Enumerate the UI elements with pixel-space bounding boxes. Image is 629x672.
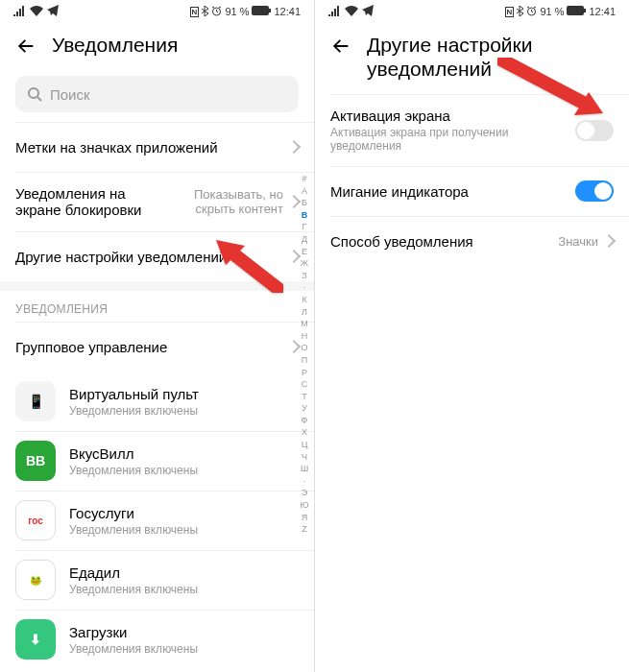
battery-percent: 91 %: [225, 6, 249, 17]
index-letter[interactable]: Z: [299, 523, 310, 536]
battery-icon: [567, 6, 586, 17]
alphabet-index[interactable]: #АБВГДЕЖЗ·КЛМНОПРСТУФХЦЧШ·ЭЮЯZ: [299, 173, 310, 536]
index-letter[interactable]: П: [299, 354, 310, 367]
screen-notifications: N 91 % 12:41 Уведомления Поиск Метки на …: [0, 0, 314, 672]
index-letter[interactable]: Б: [299, 197, 310, 209]
led-blink-toggle[interactable]: [575, 180, 614, 202]
row-group-management[interactable]: Групповое управление: [0, 322, 314, 372]
row-sublabel: Активация экрана при получении уведомлен…: [330, 126, 575, 153]
app-list: 📱Виртуальный пультУведомления включеныВВ…: [0, 372, 314, 669]
index-letter[interactable]: Ц: [299, 439, 310, 451]
index-letter[interactable]: Х: [299, 426, 310, 439]
svg-point-3: [29, 88, 38, 98]
nfc-icon: N: [190, 7, 200, 17]
app-name: Госуслуги: [69, 505, 299, 521]
index-letter[interactable]: ·: [299, 281, 310, 294]
status-bar: N 91 % 12:41: [0, 0, 314, 23]
index-letter[interactable]: ·: [299, 475, 310, 488]
index-letter[interactable]: В: [299, 209, 310, 222]
index-letter[interactable]: Л: [299, 306, 310, 319]
battery-percent: 91 %: [540, 6, 564, 17]
row-lockscreen-notifications[interactable]: Уведомления на экране блокировки Показыв…: [0, 172, 314, 231]
app-name: Виртуальный пульт: [69, 386, 299, 402]
svg-rect-2: [269, 9, 271, 12]
app-row[interactable]: 🐸ЕдадилУведомления включены: [0, 550, 314, 610]
app-sub: Уведомления включены: [69, 523, 299, 537]
app-row[interactable]: госГосуслугиУведомления включены: [0, 491, 314, 550]
svg-rect-6: [584, 9, 586, 12]
bluetooth-icon: [517, 6, 523, 18]
index-letter[interactable]: Ч: [299, 451, 310, 464]
index-letter[interactable]: Е: [299, 246, 310, 258]
index-letter[interactable]: Ф: [299, 415, 310, 427]
chevron-right-icon: [602, 234, 616, 248]
app-icon: гос: [15, 500, 56, 540]
index-letter[interactable]: Ю: [299, 499, 310, 512]
wake-screen-toggle[interactable]: [575, 120, 614, 141]
index-letter[interactable]: #: [299, 173, 310, 185]
index-letter[interactable]: Н: [299, 330, 310, 343]
wifi-icon: [30, 6, 43, 18]
clock: 12:41: [589, 6, 616, 17]
index-letter[interactable]: Э: [299, 487, 310, 499]
screen-more-notification-settings: N 91 % 12:41 Другие настройки уведомлени…: [315, 0, 629, 672]
wifi-icon: [345, 6, 358, 18]
back-button[interactable]: [15, 36, 36, 57]
row-label: Мигание индикатора: [330, 183, 575, 200]
row-label: Групповое управление: [15, 339, 289, 355]
app-name: Загрузки: [69, 624, 299, 640]
index-letter[interactable]: Ж: [299, 257, 310, 270]
app-name: Едадил: [69, 564, 299, 581]
row-notification-method[interactable]: Способ уведомления Значки: [315, 216, 629, 266]
row-wake-screen[interactable]: Активация экрана Активация экрана при по…: [315, 94, 629, 166]
app-row[interactable]: ВВВкусВиллУведомления включены: [0, 431, 314, 491]
app-icon: 📱: [15, 381, 56, 421]
index-letter[interactable]: Г: [299, 221, 310, 233]
telegram-icon: [362, 5, 374, 18]
index-letter[interactable]: О: [299, 342, 310, 354]
row-more-notification-settings[interactable]: Другие настройки уведомлений: [0, 231, 314, 281]
svg-rect-5: [567, 6, 584, 15]
alarm-icon: [211, 6, 222, 18]
row-label: Уведомления на экране блокировки: [15, 185, 158, 218]
index-letter[interactable]: Я: [299, 512, 310, 524]
row-value: Показывать, но скрыть контент: [158, 187, 283, 216]
app-icon: ВВ: [15, 441, 56, 481]
bluetooth-icon: [202, 6, 208, 18]
row-app-badges[interactable]: Метки на значках приложений: [0, 122, 314, 172]
index-letter[interactable]: У: [299, 402, 310, 415]
index-letter[interactable]: Д: [299, 233, 310, 246]
app-icon: ⬇: [15, 619, 56, 660]
section-header: УВЕДОМЛЕНИЯ: [0, 291, 314, 322]
index-letter[interactable]: М: [299, 318, 310, 330]
index-letter[interactable]: С: [299, 378, 310, 391]
row-led-blink[interactable]: Мигание индикатора: [315, 166, 629, 216]
index-letter[interactable]: Ш: [299, 463, 310, 475]
app-sub: Уведомления включены: [69, 464, 299, 477]
section-divider: [0, 281, 314, 291]
row-label: Другие настройки уведомлений: [15, 249, 289, 265]
index-letter[interactable]: Т: [299, 391, 310, 403]
app-row[interactable]: ⬇ЗагрузкиУведомления включены: [0, 610, 314, 669]
battery-icon: [252, 6, 271, 17]
header: Другие настройки уведомлений: [315, 23, 629, 94]
row-label: Активация экрана: [330, 108, 575, 124]
signal-icon: [13, 6, 26, 18]
status-bar: N 91 % 12:41: [315, 0, 629, 23]
app-icon: 🐸: [15, 560, 56, 600]
index-letter[interactable]: Р: [299, 367, 310, 379]
app-name: ВкусВилл: [69, 445, 299, 462]
app-row[interactable]: 📱Виртуальный пультУведомления включены: [0, 372, 314, 431]
page-title: Уведомления: [52, 33, 178, 57]
index-letter[interactable]: А: [299, 185, 310, 198]
row-value: Значки: [558, 234, 598, 249]
index-letter[interactable]: З: [299, 270, 310, 282]
index-letter[interactable]: К: [299, 294, 310, 306]
app-sub: Уведомления включены: [69, 404, 299, 418]
search-input[interactable]: Поиск: [15, 76, 299, 112]
svg-rect-1: [252, 6, 269, 15]
signal-icon: [328, 6, 341, 18]
telegram-icon: [47, 5, 59, 18]
search-icon: [27, 86, 42, 102]
back-button[interactable]: [330, 36, 351, 57]
